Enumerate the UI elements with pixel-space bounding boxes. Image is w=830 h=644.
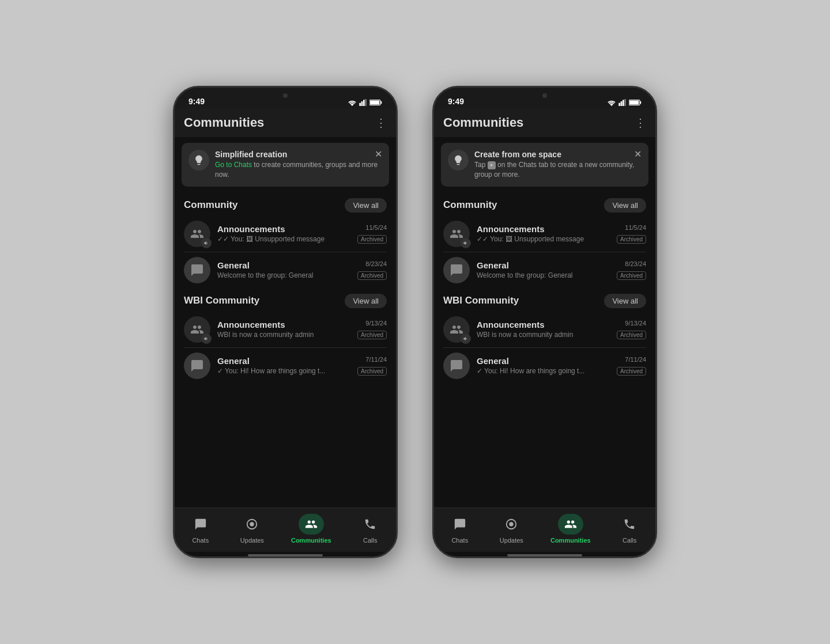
chat-name-1-1: General bbox=[477, 356, 610, 366]
community-section-0: Community View all bbox=[434, 192, 655, 288]
chat-item-1-1[interactable]: General ✓ You: Hi! How are things going … bbox=[434, 348, 655, 384]
nav-label-communities: Communities bbox=[291, 537, 331, 544]
notification-banner: Simplified creation Go to Chats to creat… bbox=[182, 143, 389, 187]
chat-preview-0-1: Welcome to the group: General bbox=[217, 271, 350, 279]
chat-preview-0-1: Welcome to the group: General bbox=[477, 271, 610, 279]
chat-preview-1-0: WBI is now a community admin bbox=[217, 331, 350, 339]
menu-dots-button[interactable]: ⋮ bbox=[375, 116, 387, 130]
nav-item-communities[interactable]: Communities bbox=[291, 514, 331, 544]
nav-item-updates[interactable]: Updates bbox=[499, 514, 524, 544]
archived-badge-0-0: Archived bbox=[617, 235, 646, 244]
chat-item-1-1[interactable]: General ✓ You: Hi! How are things going … bbox=[175, 348, 396, 384]
banner-link[interactable]: Go to Chats bbox=[215, 161, 252, 169]
view-all-button-1[interactable]: View all bbox=[604, 294, 646, 308]
community-avatar-icon bbox=[450, 323, 463, 336]
view-all-button-1[interactable]: View all bbox=[345, 294, 387, 308]
chat-time-0-0: 11/5/24 bbox=[617, 224, 646, 231]
scroll-area: Community View all bbox=[175, 192, 396, 507]
nav-label-updates: Updates bbox=[240, 537, 264, 544]
chat-item-0-1[interactable]: General Welcome to the group: General 8/… bbox=[175, 252, 396, 288]
home-indicator bbox=[248, 554, 323, 556]
calls-icon bbox=[357, 514, 383, 535]
chat-avatar-0-1 bbox=[443, 257, 470, 283]
bottom-nav: Chats Updates bbox=[175, 507, 396, 552]
app-title: Communities bbox=[184, 115, 264, 130]
nav-label-calls: Calls bbox=[363, 537, 377, 544]
chat-meta-0-1: 8/23/24 Archived bbox=[357, 260, 387, 280]
chat-name-1-0: Announcements bbox=[217, 320, 350, 329]
view-all-button-0[interactable]: View all bbox=[604, 198, 646, 213]
archived-badge-1-0: Archived bbox=[617, 331, 646, 339]
chat-meta-1-0: 9/13/24 Archived bbox=[357, 320, 387, 339]
phone-left: 9:49 Communities ⋮ bbox=[173, 86, 398, 558]
updates-icon bbox=[499, 514, 524, 535]
banner-body: Tap + on the Chats tab to create a new c… bbox=[474, 160, 642, 180]
chat-meta-1-0: 9/13/24 Archived bbox=[617, 320, 646, 339]
status-icons bbox=[348, 99, 382, 106]
speaker-badge bbox=[461, 238, 471, 248]
speaker-badge bbox=[461, 334, 471, 344]
archived-badge-0-1: Archived bbox=[357, 271, 387, 280]
signal-icon bbox=[359, 99, 367, 106]
archived-badge-0-0: Archived bbox=[357, 235, 387, 244]
group-avatar-icon bbox=[190, 263, 204, 277]
home-indicator bbox=[507, 554, 582, 556]
chat-time-1-1: 7/11/24 bbox=[617, 356, 646, 363]
svg-rect-5 bbox=[380, 101, 382, 104]
lightbulb-icon bbox=[452, 154, 464, 166]
banner-icon bbox=[188, 150, 209, 171]
bottom-nav: Chats Updates bbox=[434, 507, 655, 552]
nav-item-updates[interactable]: Updates bbox=[239, 514, 265, 544]
banner-title: Simplified creation bbox=[215, 150, 382, 159]
scroll-area: Community View all bbox=[434, 192, 655, 507]
status-time: 9:49 bbox=[188, 97, 205, 106]
view-all-button-0[interactable]: View all bbox=[345, 198, 387, 213]
nav-item-calls[interactable]: Calls bbox=[357, 514, 383, 544]
section-title-0: Community bbox=[443, 199, 497, 211]
chat-time-0-1: 8/23/24 bbox=[357, 260, 387, 267]
svg-rect-0 bbox=[359, 103, 361, 106]
community-section-1: WBI Community View all bbox=[175, 288, 396, 384]
chat-preview-1-0: WBI is now a community admin bbox=[477, 331, 610, 339]
nav-label-updates: Updates bbox=[500, 537, 523, 544]
chat-info-1-0: Announcements WBI is now a community adm… bbox=[217, 320, 350, 339]
section-title-1: WBI Community bbox=[184, 295, 259, 306]
chat-item-1-0[interactable]: Announcements WBI is now a community adm… bbox=[175, 312, 396, 347]
chat-item-1-0[interactable]: Announcements WBI is now a community adm… bbox=[434, 312, 655, 347]
menu-dots-button[interactable]: ⋮ bbox=[635, 116, 646, 130]
archived-badge-0-1: Archived bbox=[617, 271, 646, 280]
nav-item-communities[interactable]: Communities bbox=[550, 514, 591, 544]
chat-item-0-0[interactable]: Announcements ✓✓ You: 🖼 Unsupported mess… bbox=[175, 216, 396, 252]
app-header: Communities ⋮ bbox=[434, 108, 655, 137]
svg-rect-6 bbox=[370, 101, 379, 105]
section-header-0: Community View all bbox=[175, 192, 396, 216]
phone-top-frame: 9:49 bbox=[175, 88, 396, 108]
group-avatar-icon bbox=[190, 359, 204, 373]
phone-content: Communities ⋮ Create from one space Tap … bbox=[434, 108, 655, 556]
calls-icon bbox=[617, 514, 642, 535]
svg-rect-12 bbox=[624, 99, 626, 106]
nav-item-chats[interactable]: Chats bbox=[188, 514, 213, 544]
status-time: 9:49 bbox=[448, 97, 464, 106]
communities-icon bbox=[299, 514, 324, 535]
chat-item-0-0[interactable]: Announcements ✓✓ You: 🖼 Unsupported mess… bbox=[434, 216, 655, 252]
chat-avatar-0-0 bbox=[443, 221, 470, 247]
banner-body: Go to Chats to create communities, group… bbox=[215, 160, 382, 180]
chat-meta-0-1: 8/23/24 Archived bbox=[617, 260, 646, 280]
banner-close-button[interactable]: ✕ bbox=[375, 149, 382, 160]
chat-avatar-0-1 bbox=[184, 257, 210, 283]
svg-rect-10 bbox=[621, 101, 622, 106]
app-header: Communities ⋮ bbox=[175, 108, 396, 137]
battery-icon bbox=[629, 99, 642, 106]
community-avatar-icon bbox=[190, 227, 204, 241]
banner-close-button[interactable]: ✕ bbox=[634, 149, 642, 160]
nav-item-chats[interactable]: Chats bbox=[447, 514, 473, 544]
community-avatar-icon bbox=[190, 323, 204, 336]
camera-dot bbox=[283, 93, 288, 98]
nav-label-calls: Calls bbox=[622, 537, 636, 544]
chat-preview-0-0: ✓✓ You: 🖼 Unsupported message bbox=[477, 235, 610, 243]
section-header-1: WBI Community View all bbox=[434, 288, 655, 312]
nav-item-calls[interactable]: Calls bbox=[617, 514, 642, 544]
section-header-1: WBI Community View all bbox=[175, 288, 396, 312]
chat-item-0-1[interactable]: General Welcome to the group: General 8/… bbox=[434, 252, 655, 288]
